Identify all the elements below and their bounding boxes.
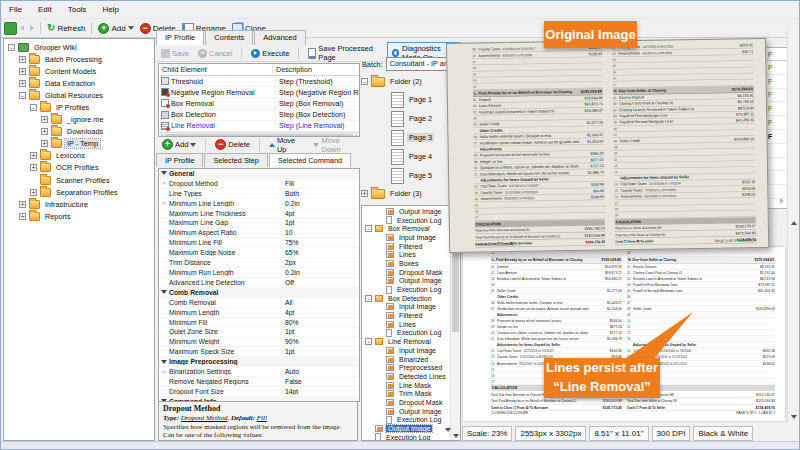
- diagnostics-tree-item[interactable]: - Box Removal: [362, 224, 451, 233]
- tab-ip-profile[interactable]: IP Profile: [156, 30, 204, 45]
- property-row[interactable]: Trim Distance 2px: [159, 258, 359, 268]
- cancel-button[interactable]: ×Cancel: [195, 48, 235, 59]
- tree-item[interactable]: - IP Profiles: [4, 101, 154, 113]
- property-value[interactable]: False: [285, 378, 359, 385]
- property-value[interactable]: All: [285, 299, 359, 306]
- property-row[interactable]: Minimum Weight 90%: [159, 337, 359, 347]
- diagnostics-tree-item[interactable]: Lines: [362, 320, 451, 329]
- batch-tree-item[interactable]: Page 1: [361, 90, 459, 109]
- property-value[interactable]: 1pt: [285, 328, 359, 335]
- property-value[interactable]: 4pt: [285, 309, 359, 316]
- property-row[interactable]: Remove Negated Regions False: [159, 377, 359, 387]
- column-child-element[interactable]: Child Element: [159, 65, 273, 74]
- property-expander[interactable]: >: [159, 180, 169, 186]
- add-button[interactable]: +Add: [95, 22, 136, 35]
- column-description[interactable]: Description: [273, 65, 359, 74]
- property-row[interactable]: Quiet Zone Size 1pt: [159, 328, 359, 338]
- batch-tree-item[interactable]: - Folder (2): [361, 73, 459, 90]
- move-down-button[interactable]: Move Down: [310, 135, 361, 155]
- execute-button[interactable]: Execute: [248, 48, 292, 59]
- property-row[interactable]: Maximum Line Gap 1pt: [159, 219, 359, 229]
- diagnostics-tree-item[interactable]: Boxes: [362, 259, 451, 268]
- diagnostics-tree-item[interactable]: - Box Detection: [362, 294, 451, 303]
- child-element-row[interactable]: Threshold Step (Threshold): [159, 76, 359, 87]
- tree-item[interactable]: + Downloads: [4, 126, 154, 138]
- subtab-ip-profile[interactable]: IP Profile: [156, 153, 203, 167]
- tree-expander[interactable]: +: [41, 140, 48, 147]
- back-button[interactable]: [17, 24, 27, 32]
- tree-expander[interactable]: +: [19, 201, 26, 208]
- property-value[interactable]: Off: [285, 279, 359, 286]
- tree-expander[interactable]: -: [365, 338, 372, 345]
- tree-item[interactable]: - Global Resources: [4, 89, 154, 101]
- tree-expander[interactable]: -: [365, 295, 372, 302]
- tree-expander[interactable]: -: [361, 78, 368, 85]
- diagnostics-tree-item[interactable]: Execution Log: [362, 329, 451, 338]
- property-expander[interactable]: [159, 170, 169, 176]
- scroll-down-icon[interactable]: [445, 428, 451, 432]
- tree-expander[interactable]: +: [41, 128, 48, 135]
- diagnostics-tree-item[interactable]: Input Image: [362, 233, 451, 242]
- diagnostics-tree-item[interactable]: Output Image: [362, 424, 451, 433]
- tab-contents[interactable]: Contents: [205, 30, 253, 45]
- property-value[interactable]: 4pt: [285, 210, 359, 217]
- diagnostics-tree-item[interactable]: Filtered: [362, 242, 451, 251]
- tree-item[interactable]: + IP - Temp: [4, 138, 154, 150]
- property-row[interactable]: Image Preprocessing: [159, 357, 359, 367]
- tree-item[interactable]: + OCR Profiles: [4, 162, 154, 174]
- property-expander[interactable]: >: [159, 200, 169, 206]
- default-link[interactable]: Fill: [257, 414, 267, 422]
- child-element-row[interactable]: Line Removal Step (Line Removal): [159, 121, 359, 132]
- batch-tree-item[interactable]: + Folder (3): [361, 185, 459, 202]
- tree-expander[interactable]: -: [365, 225, 372, 232]
- subtab-selected-step[interactable]: Selected Step: [204, 153, 267, 167]
- diagnostics-tree-item[interactable]: Output Image: [362, 207, 451, 216]
- property-value[interactable]: Fill: [285, 180, 359, 187]
- forward-button[interactable]: [27, 24, 37, 32]
- tree-expander[interactable]: -: [19, 92, 26, 99]
- tree-item[interactable]: + Reports: [4, 210, 154, 222]
- property-value[interactable]: Auto: [285, 368, 359, 375]
- property-row[interactable]: > Dropout Method Fill: [159, 179, 359, 189]
- type-link[interactable]: Dropout Method: [181, 414, 228, 422]
- batch-tree-item[interactable]: Page 4: [361, 147, 459, 166]
- property-value[interactable]: 10: [285, 229, 359, 236]
- menu-tools[interactable]: Tools: [68, 5, 87, 14]
- property-row[interactable]: Dropout Font Size 14pt: [159, 387, 359, 397]
- property-row[interactable]: > Minimum Line Length 0.2in: [159, 199, 359, 209]
- batch-tree-item[interactable]: Page 5: [361, 166, 459, 185]
- grid-header[interactable]: Child Element Description: [159, 64, 359, 76]
- menu-edit[interactable]: Edit: [38, 5, 52, 14]
- add-step-button[interactable]: +Add: [159, 138, 199, 151]
- move-up-button[interactable]: Move Up: [266, 135, 308, 155]
- diagnostics-tree-item[interactable]: Input Image: [362, 346, 451, 355]
- diagnostics-tree-item[interactable]: Execution Log: [362, 433, 451, 441]
- tree-item[interactable]: + Separation Profiles: [4, 186, 154, 198]
- tree-expander[interactable]: -: [30, 104, 37, 111]
- tree-item[interactable]: + Infrastructure: [4, 198, 154, 210]
- tree-expander[interactable]: +: [19, 68, 26, 75]
- diagnostics-tree-item[interactable]: Dropout Mask: [362, 268, 451, 277]
- property-row[interactable]: Comb Removal: [159, 288, 359, 298]
- tree-item[interactable]: + Content Models: [4, 65, 154, 77]
- subtab-selected-command[interactable]: Selected Command: [269, 153, 351, 167]
- tree-item[interactable]: Scanner Profiles: [4, 174, 154, 186]
- diagnostics-tree-item[interactable]: Trim Mask: [362, 389, 451, 398]
- property-value[interactable]: 80%: [285, 319, 359, 326]
- diagnostics-tree-item[interactable]: Dropout Mask: [362, 398, 451, 407]
- property-row[interactable]: Minimum Fill 80%: [159, 318, 359, 328]
- diagnostics-tree-item[interactable]: Execution Log: [362, 285, 451, 294]
- property-value[interactable]: 90%: [285, 338, 359, 345]
- diagnostics-tree-item[interactable]: Detected Lines: [362, 372, 451, 381]
- diagnostics-tree-item[interactable]: Execution Log: [362, 216, 451, 225]
- property-value[interactable]: 0.2in: [285, 200, 359, 207]
- tree-expander[interactable]: +: [41, 116, 48, 123]
- tree-item[interactable]: - Grooper Wiki: [4, 41, 154, 53]
- property-row[interactable]: Minimum Length 4pt: [159, 308, 359, 318]
- property-row[interactable]: Maximum Speck Size 1pt: [159, 347, 359, 357]
- diagnostics-tree-item[interactable]: - Line Removal: [362, 337, 451, 346]
- property-row[interactable]: > Binarization Settings Auto: [159, 367, 359, 377]
- property-expander[interactable]: >: [159, 369, 169, 375]
- property-value[interactable]: 2px: [285, 259, 359, 266]
- refresh-button[interactable]: ↻Refresh: [44, 23, 88, 34]
